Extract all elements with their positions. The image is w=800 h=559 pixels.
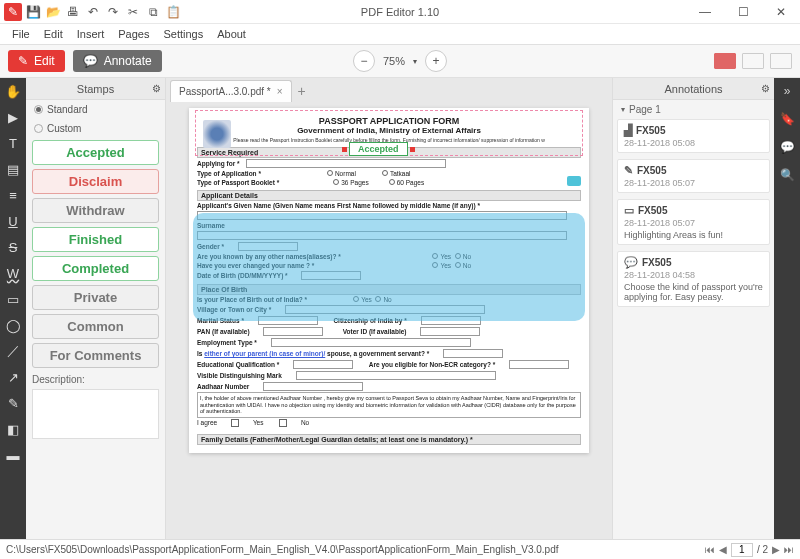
menu-pages[interactable]: Pages [112, 26, 155, 42]
zoom-out-button[interactable]: − [353, 50, 375, 72]
page-number-input[interactable] [731, 543, 753, 557]
stamp-private[interactable]: Private [32, 285, 159, 310]
view-layout-buttons [714, 53, 792, 69]
village-input[interactable] [285, 305, 485, 314]
bookmarks-icon[interactable]: 🔖 [778, 110, 796, 128]
stamps-standard-radio[interactable]: Standard [26, 100, 165, 119]
qa-save-icon[interactable]: 💾 [24, 3, 42, 21]
mode-bar: ✎Edit 💬Annotate − 75% ▾ + [0, 44, 800, 78]
annotations-icon[interactable]: 💬 [778, 138, 796, 156]
stamp-annotation[interactable]: Accepted [349, 142, 408, 156]
document-viewport[interactable]: PASSPORT APPLICATION FORM Government of … [166, 102, 612, 539]
comment-annotation-icon: 💬 [624, 256, 638, 269]
stamp-tool-icon[interactable]: ≡ [4, 186, 22, 204]
annotate-mode-button[interactable]: 💬Annotate [73, 50, 162, 72]
line-tool-icon[interactable]: ／ [4, 342, 22, 360]
annotation-item[interactable]: 💬FX505 28-11-2018 04:58 Choose the kind … [617, 251, 770, 307]
stamp-accepted[interactable]: Accepted [32, 140, 159, 165]
close-tab-icon[interactable]: × [277, 86, 283, 97]
search-icon[interactable]: 🔍 [778, 166, 796, 184]
applying-for-input[interactable] [246, 159, 446, 168]
annotation-item[interactable]: ▭FX505 28-11-2018 05:07 Highlighting Are… [617, 199, 770, 245]
tatkaal-radio[interactable] [382, 170, 388, 176]
add-tab-button[interactable]: + [292, 80, 312, 102]
pencil-tool-icon[interactable]: ✎ [4, 394, 22, 412]
stamp-completed[interactable]: Completed [32, 256, 159, 281]
document-tab[interactable]: PassportA...3.0.pdf *× [170, 80, 292, 102]
stamp-disclaim[interactable]: Disclaim [32, 169, 159, 194]
arrow-tool-icon[interactable]: ↗ [4, 368, 22, 386]
app-title: PDF Editor 1.10 [361, 6, 439, 18]
title-bar: ✎ 💾 📂 🖶 ↶ ↷ ✂ ⧉ 📋 PDF Editor 1.10 — ☐ ✕ [0, 0, 800, 24]
collapse-icon[interactable]: » [778, 82, 796, 100]
given-name-input[interactable] [197, 211, 567, 220]
qa-print-icon[interactable]: 🖶 [64, 3, 82, 21]
description-textarea[interactable] [32, 389, 159, 439]
surname-input[interactable] [197, 231, 567, 240]
pdf-page[interactable]: PASSPORT APPLICATION FORM Government of … [189, 108, 589, 453]
annotation-item[interactable]: ▟FX505 28-11-2018 05:08 [617, 119, 770, 153]
page-last-button[interactable]: ⏭ [784, 544, 794, 555]
gear-icon[interactable]: ⚙ [761, 83, 770, 94]
gender-input[interactable] [238, 242, 298, 251]
stamps-custom-radio[interactable]: Custom [26, 119, 165, 138]
form-subtitle: Government of India, Ministry of Externa… [197, 126, 581, 135]
underline-tool-icon[interactable]: U [4, 212, 22, 230]
agree-no-checkbox[interactable] [279, 419, 287, 427]
dob-input[interactable] [301, 271, 361, 280]
menu-edit[interactable]: Edit [38, 26, 69, 42]
qa-paste-icon[interactable]: 📋 [164, 3, 182, 21]
hand-tool-icon[interactable]: ✋ [4, 82, 22, 100]
stamp-annotation-icon: ▟ [624, 124, 632, 137]
menu-about[interactable]: About [211, 26, 252, 42]
p36-radio[interactable] [333, 179, 339, 185]
zoom-dropdown-icon[interactable]: ▾ [413, 57, 417, 66]
view-continuous-button[interactable] [770, 53, 792, 69]
view-grid-button[interactable] [742, 53, 764, 69]
squiggly-tool-icon[interactable]: W [4, 264, 22, 282]
edit-mode-button[interactable]: ✎Edit [8, 50, 65, 72]
strikeout-tool-icon[interactable]: S [4, 238, 22, 256]
highlight-area-tool-icon[interactable]: ▬ [4, 446, 22, 464]
maximize-button[interactable]: ☐ [728, 5, 758, 19]
eraser-tool-icon[interactable]: ◧ [4, 420, 22, 438]
zoom-level[interactable]: 75% [383, 55, 405, 67]
normal-radio[interactable] [327, 170, 333, 176]
minimize-button[interactable]: — [690, 5, 720, 19]
annotation-item[interactable]: ✎FX505 28-11-2018 05:07 [617, 159, 770, 193]
qa-redo-icon[interactable]: ↷ [104, 3, 122, 21]
emblem-image [203, 120, 231, 148]
annotations-panel-header: Annotations ⚙ [613, 78, 774, 100]
menu-insert[interactable]: Insert [71, 26, 111, 42]
qa-cut-icon[interactable]: ✂ [124, 3, 142, 21]
stamp-common[interactable]: Common [32, 314, 159, 339]
pointer-tool-icon[interactable]: ▶ [4, 108, 22, 126]
note-tool-icon[interactable]: ▤ [4, 160, 22, 178]
text-tool-icon[interactable]: T [4, 134, 22, 152]
gear-icon[interactable]: ⚙ [152, 83, 161, 94]
rect-tool-icon[interactable]: ▭ [4, 290, 22, 308]
p60-radio[interactable] [389, 179, 395, 185]
zoom-controls: − 75% ▾ + [353, 50, 447, 72]
section-place: Place Of Birth [197, 284, 581, 295]
view-single-button[interactable] [714, 53, 736, 69]
annotations-page-label[interactable]: Page 1 [613, 100, 774, 119]
menu-settings[interactable]: Settings [157, 26, 209, 42]
zoom-in-button[interactable]: + [425, 50, 447, 72]
page-first-button[interactable]: ⏮ [705, 544, 715, 555]
qa-undo-icon[interactable]: ↶ [84, 3, 102, 21]
circle-tool-icon[interactable]: ◯ [4, 316, 22, 334]
stamp-for-comments[interactable]: For Comments [32, 343, 159, 368]
qa-folder-icon[interactable]: 📂 [44, 3, 62, 21]
page-next-button[interactable]: ▶ [772, 544, 780, 555]
page-prev-button[interactable]: ◀ [719, 544, 727, 555]
menu-file[interactable]: File [6, 26, 36, 42]
stamps-panel: Stamps ⚙ Standard Custom Accepted Discla… [26, 78, 166, 539]
stamp-withdraw[interactable]: Withdraw [32, 198, 159, 223]
qa-copy-icon[interactable]: ⧉ [144, 3, 162, 21]
agree-yes-checkbox[interactable] [231, 419, 239, 427]
close-button[interactable]: ✕ [766, 5, 796, 19]
comment-annotation[interactable] [567, 176, 581, 186]
stamp-finished[interactable]: Finished [32, 227, 159, 252]
status-path: C:\Users\FX505\Downloads\PassportApplica… [6, 544, 559, 555]
